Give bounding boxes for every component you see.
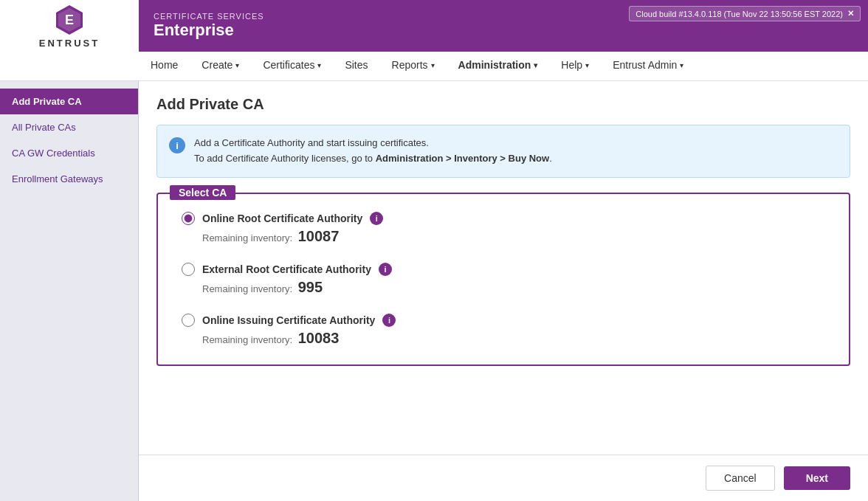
sidebar-item-enrollment-gateways[interactable]: Enrollment Gateways [0, 166, 138, 192]
radio-option-online-root: Online Root Certificate Authority i Rema… [182, 212, 825, 245]
sidebar-item-ca-gw-credentials[interactable]: CA GW Credentials [0, 140, 138, 166]
cancel-button[interactable]: Cancel [706, 466, 775, 491]
info-tooltip-online-issuing[interactable]: i [382, 314, 396, 327]
entrust-logo-icon: E [53, 4, 86, 36]
radio-option-external-root: External Root Certificate Authority i Re… [182, 263, 825, 296]
service-label: CERTIFICATE SERVICES [154, 12, 264, 21]
inventory-number-online-root: 10087 [298, 228, 340, 244]
header-right: Cloud build #13.4.0.118 (Tue Nov 22 13:5… [853, 0, 868, 52]
nav-help[interactable]: Help ▾ [549, 52, 601, 80]
radio-external-root[interactable] [182, 263, 195, 276]
radio-label-online-root: Online Root Certificate Authority i [182, 212, 825, 225]
nav-reports[interactable]: Reports ▾ [380, 52, 447, 80]
radio-name-external-root: External Root Certificate Authority [202, 263, 371, 275]
main-layout: Add Private CA All Private CAs CA GW Cre… [0, 81, 868, 501]
sidebar-item-all-private-cas[interactable]: All Private CAs [0, 114, 138, 140]
logo-icon: E ENTRUST [39, 4, 100, 49]
page-title: Add Private CA [156, 96, 850, 113]
chevron-down-icon: ▾ [235, 61, 239, 69]
select-ca-box: Select CA Online Root Certificate Author… [156, 193, 850, 366]
nav-home[interactable]: Home [139, 52, 190, 80]
logo-area: E ENTRUST [0, 0, 139, 52]
top-header: E ENTRUST CERTIFICATE SERVICES Enterpris… [0, 0, 868, 52]
sidebar-item-add-private-ca[interactable]: Add Private CA [0, 89, 138, 114]
select-ca-legend: Select CA [170, 185, 235, 200]
info-tooltip-online-root[interactable]: i [370, 212, 383, 225]
svg-text:E: E [65, 13, 74, 27]
radio-name-online-issuing: Online Issuing Certificate Authority [202, 314, 375, 326]
nav-sites[interactable]: Sites [333, 52, 379, 80]
radio-online-root[interactable] [182, 212, 195, 225]
chevron-down-icon: ▾ [585, 61, 589, 69]
radio-online-issuing[interactable] [182, 314, 195, 327]
nav-administration[interactable]: Administration ▾ [447, 52, 550, 80]
radio-label-online-issuing: Online Issuing Certificate Authority i [182, 314, 825, 327]
chevron-down-icon: ▾ [680, 61, 683, 69]
inventory-line-online-root: Remaining inventory: 10087 [202, 228, 825, 245]
nav-certificates[interactable]: Certificates ▾ [251, 52, 333, 80]
cloud-build-badge: Cloud build #13.4.0.118 (Tue Nov 22 13:5… [629, 6, 861, 21]
nav-bar: Home Create ▾ Certificates ▾ Sites Repor… [0, 52, 868, 81]
next-button[interactable]: Next [784, 466, 850, 490]
chevron-down-icon: ▾ [534, 61, 537, 69]
footer-bar: Cancel Next [139, 455, 868, 501]
inventory-line-online-issuing: Remaining inventory: 10083 [202, 330, 825, 347]
sidebar: Add Private CA All Private CAs CA GW Cre… [0, 81, 139, 501]
chevron-down-icon: ▾ [431, 61, 435, 69]
nav-entrust-admin[interactable]: Entrust Admin ▾ [601, 52, 695, 80]
nav-create[interactable]: Create ▾ [190, 52, 251, 80]
chevron-down-icon: ▾ [317, 61, 321, 69]
radio-label-external-root: External Root Certificate Authority i [182, 263, 825, 276]
info-icon: i [169, 137, 185, 153]
logo-text: ENTRUST [39, 38, 100, 49]
content-area: Add Private CA i Add a Certificate Autho… [139, 81, 868, 455]
info-banner: i Add a Certificate Authority and start … [156, 125, 850, 178]
inventory-number-external-root: 995 [298, 279, 323, 295]
cloud-build-text: Cloud build #13.4.0.118 (Tue Nov 22 13:5… [636, 10, 843, 18]
close-icon[interactable]: ✕ [847, 9, 854, 18]
header-title-area: CERTIFICATE SERVICES Enterprise [139, 0, 264, 52]
radio-name-online-root: Online Root Certificate Authority [202, 213, 362, 224]
inventory-number-online-issuing: 10083 [298, 330, 340, 346]
inventory-line-external-root: Remaining inventory: 995 [202, 279, 825, 296]
enterprise-label: Enterprise [154, 21, 264, 40]
info-tooltip-external-root[interactable]: i [379, 263, 392, 276]
info-text: Add a Certificate Authority and start is… [194, 136, 552, 167]
radio-option-online-issuing: Online Issuing Certificate Authority i R… [182, 314, 825, 347]
